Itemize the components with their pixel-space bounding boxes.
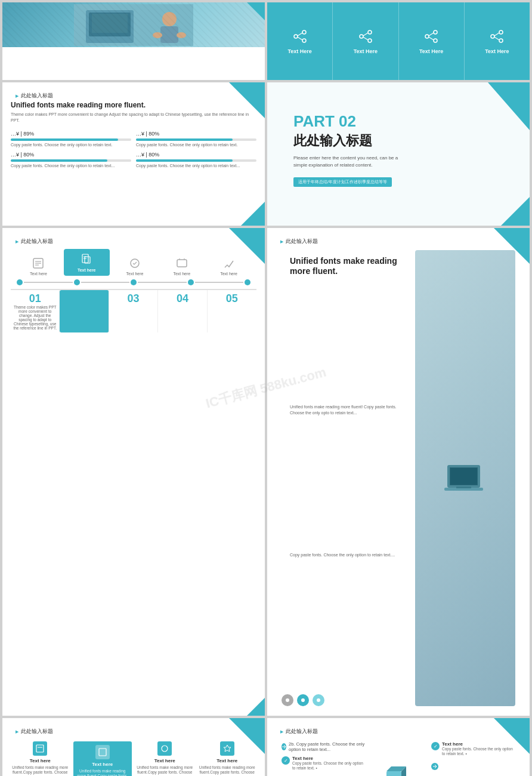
svg-line-21 bbox=[429, 33, 434, 36]
slide-unified-laptop: 此处输入标题 Unified fonts make reading more f… bbox=[267, 228, 530, 716]
icon-cell-1[interactable]: Text Here bbox=[267, 2, 333, 80]
corner-br-3 bbox=[241, 202, 265, 226]
col-title-3: Text here bbox=[135, 758, 194, 763]
slide-4col: 此处输入标题 Text here Unified fonts make read… bbox=[2, 718, 265, 776]
btn-teal[interactable] bbox=[297, 694, 309, 706]
data-item-4: …¥ | 80% Copy paste fonts. Choose the on… bbox=[136, 152, 256, 168]
svg-point-14 bbox=[368, 30, 372, 34]
slide-photo bbox=[2, 2, 265, 80]
slide3-heading: Unified fonts make reading more fluent. bbox=[11, 101, 256, 109]
col-title-4: Text here bbox=[198, 758, 257, 763]
slide-icon-row: Text Here Text Here bbox=[267, 2, 530, 80]
step-icon-1 bbox=[32, 257, 44, 269]
part02-num: PART 02 bbox=[293, 112, 503, 131]
icon-label-1: Text Here bbox=[287, 48, 311, 54]
num-table: 01 Theme color makes PPT more convenient… bbox=[11, 289, 256, 332]
part02-desc: Please enter here the content you need, … bbox=[293, 155, 401, 169]
col-item-3: Text here Unified fonts make reading mor… bbox=[135, 741, 194, 776]
step-icon-4 bbox=[176, 257, 188, 269]
svg-point-20 bbox=[434, 39, 437, 42]
svg-point-9 bbox=[302, 30, 306, 34]
icon-cell-2[interactable]: Text Here bbox=[333, 2, 398, 80]
step-icon-active bbox=[81, 254, 92, 266]
col-title-1: Text here bbox=[11, 758, 70, 763]
slide3-label: 此处输入标题 bbox=[11, 88, 256, 101]
svg-point-40 bbox=[286, 698, 289, 702]
step-icon-5 bbox=[223, 257, 235, 269]
check-icon-1 bbox=[282, 756, 290, 765]
slide3-subtext: Theme color makes PPT more convenient to… bbox=[11, 112, 256, 124]
svg-point-7 bbox=[177, 32, 186, 38]
svg-point-6 bbox=[153, 32, 162, 38]
svg-point-41 bbox=[301, 698, 305, 702]
svg-line-16 bbox=[363, 33, 368, 36]
col-icon-3 bbox=[157, 741, 172, 756]
check-text-r1: Text here Copy paste fonts. Choose the o… bbox=[442, 741, 515, 757]
svg-rect-0 bbox=[74, 4, 193, 46]
col-item-1: Text here Unified fonts make reading mor… bbox=[11, 741, 70, 776]
check-section-right: Text here Copy paste fonts. Choose the o… bbox=[431, 741, 515, 776]
network-icon-4 bbox=[488, 28, 505, 45]
part02-title: 此处输入标题 bbox=[293, 133, 503, 149]
checklist-right: Text here Copy paste fonts. Choose the o… bbox=[431, 741, 515, 776]
svg-point-8 bbox=[294, 35, 298, 38]
check-row-r1: Text here Copy paste fonts. Choose the o… bbox=[431, 741, 515, 757]
network-icon-1 bbox=[292, 28, 308, 45]
icon-cell-4[interactable]: Text Here bbox=[465, 2, 530, 80]
icon-row-container: Text Here Text Here bbox=[267, 2, 530, 80]
svg-rect-37 bbox=[177, 260, 187, 267]
svg-point-36 bbox=[131, 259, 139, 267]
svg-point-25 bbox=[499, 39, 503, 42]
svg-point-23 bbox=[491, 35, 494, 38]
network-icon-2 bbox=[357, 28, 374, 45]
svg-point-15 bbox=[368, 39, 372, 42]
svg-point-24 bbox=[499, 30, 503, 34]
slide3-data-grid: …¥ | 89% Copy paste fonts. Choose the on… bbox=[11, 131, 256, 168]
col-item-2: Text here Unified fonts make reading mor… bbox=[73, 741, 132, 776]
slide6-sub2: Copy paste fonts. Choose the only option… bbox=[282, 546, 410, 689]
slide-data-chart: 此处输入标题 Unified fonts make reading more f… bbox=[2, 82, 265, 226]
svg-rect-2 bbox=[89, 13, 131, 36]
svg-rect-48 bbox=[36, 745, 44, 752]
col-desc-1: Unified fonts make reading more fluent.C… bbox=[11, 765, 70, 776]
svg-point-10 bbox=[302, 39, 306, 42]
btn-light[interactable] bbox=[313, 694, 324, 706]
check-row-1: Text here Copy paste fonts. Choose the o… bbox=[282, 756, 366, 771]
svg-point-13 bbox=[360, 35, 363, 38]
col-item-4: Text here Unified fonts make reading mor… bbox=[198, 741, 257, 776]
col-desc-2: Unified fonts make reading more fluent.C… bbox=[77, 769, 129, 776]
num-cell-4: 04 bbox=[158, 290, 207, 332]
btn-gray[interactable] bbox=[282, 694, 293, 706]
svg-rect-3 bbox=[92, 14, 128, 33]
slide7-label: 此处输入标题 bbox=[11, 724, 256, 737]
svg-line-12 bbox=[298, 37, 302, 40]
photo-svg bbox=[74, 4, 193, 46]
3d-box-svg bbox=[378, 765, 419, 776]
col-icon-2 bbox=[95, 745, 110, 759]
num-cell-3: 03 bbox=[109, 290, 158, 332]
check-section-left: Text here Copy paste fonts. Choose the o… bbox=[282, 756, 366, 776]
slide-steps: 此处输入标题 Text here bbox=[2, 228, 265, 716]
svg-rect-58 bbox=[386, 771, 401, 776]
data-item-3: …¥ | 80% Copy paste fonts. Choose the on… bbox=[11, 152, 131, 168]
check-ref-1: 2b. Copy paste fonts. Choose the only op… bbox=[289, 741, 366, 752]
icon-label-4: Text Here bbox=[485, 48, 509, 54]
icon-cell-3[interactable]: Text Here bbox=[399, 2, 465, 80]
col-desc-4: Unified fonts make reading more fluent.C… bbox=[198, 765, 257, 776]
check-text-1: Text here Copy paste fonts. Choose the o… bbox=[292, 756, 366, 771]
svg-rect-45 bbox=[450, 468, 477, 485]
laptop-svg bbox=[444, 460, 486, 496]
part02-tag: 适用于年终总结/年度计划工作述职季度总结等等 bbox=[293, 177, 392, 187]
check-icon-r1 bbox=[431, 742, 440, 750]
slide-part02: PART 02 此处输入标题 Please enter here the con… bbox=[267, 82, 530, 226]
col-desc-3: Unified fonts make reading more fluent.C… bbox=[135, 765, 194, 776]
slide6-heading: Unified fonts make reading more fluent. bbox=[282, 250, 410, 393]
svg-rect-47 bbox=[456, 486, 471, 488]
checklist-left: 2b. Copy paste fonts. Choose the only op… bbox=[282, 741, 366, 776]
col-title-2: Text here bbox=[77, 762, 129, 767]
svg-point-42 bbox=[317, 698, 320, 702]
network-icon-3 bbox=[423, 28, 440, 45]
svg-point-18 bbox=[425, 35, 429, 38]
svg-rect-5 bbox=[160, 26, 178, 43]
svg-point-51 bbox=[162, 746, 168, 752]
